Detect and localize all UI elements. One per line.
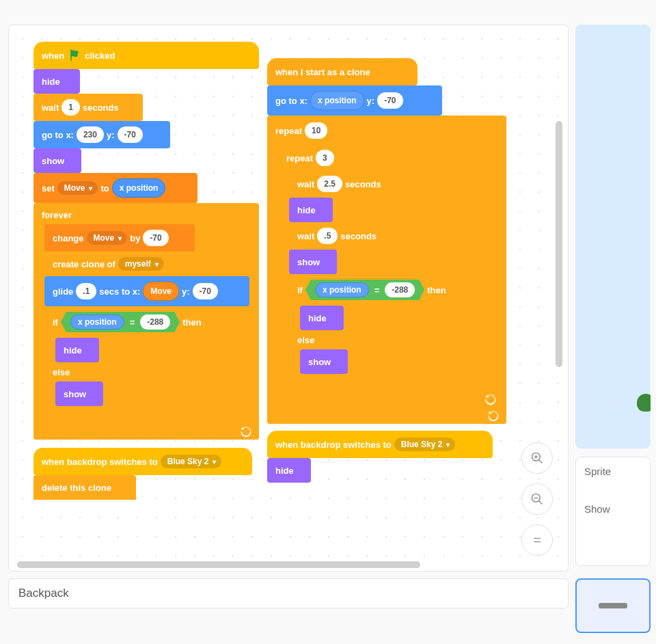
reporter-x-position[interactable]: x position bbox=[70, 314, 124, 330]
block-hide-nested[interactable]: hide bbox=[55, 338, 99, 362]
hat-backdrop-switch[interactable]: when backdrop switches to Blue Sky 2 bbox=[267, 431, 493, 458]
script-stack-1[interactable]: when clicked hide wait 1 seconds go to x… bbox=[33, 42, 259, 500]
hat-prefix: when bbox=[42, 51, 64, 61]
operator-equals[interactable]: x position = -288 bbox=[305, 280, 424, 300]
loop-arrow-icon bbox=[487, 410, 500, 422]
stage-preview[interactable] bbox=[575, 25, 651, 448]
block-goto-xy[interactable]: go to x: 230 y: -70 bbox=[33, 121, 170, 148]
sprite-info-panel: Sprite Show bbox=[575, 457, 651, 566]
block-goto-xy[interactable]: go to x: x position y: -70 bbox=[267, 85, 442, 116]
block-repeat-outer[interactable]: repeat 10 repeat 3 wait 2.5 seconds bbox=[267, 116, 506, 424]
block-delete-clone[interactable]: delete this clone bbox=[33, 475, 136, 500]
block-show[interactable]: show bbox=[289, 250, 337, 274]
reporter-x-position[interactable]: x position bbox=[310, 91, 364, 110]
zoom-in-button[interactable] bbox=[521, 442, 553, 474]
hat-start-as-clone[interactable]: when I start as a clone bbox=[267, 58, 418, 85]
backdrop-dropdown[interactable]: Blue Sky 2 bbox=[394, 438, 456, 451]
wait-value[interactable]: 1 bbox=[62, 99, 80, 116]
zoom-out-button[interactable] bbox=[521, 483, 553, 515]
green-flag-icon bbox=[68, 49, 81, 62]
sprite-on-stage-icon bbox=[637, 394, 651, 412]
block-show-nested[interactable]: show bbox=[300, 349, 348, 374]
block-wait[interactable]: wait .5 seconds bbox=[289, 222, 401, 250]
code-canvas[interactable]: when clicked hide wait 1 seconds go to x… bbox=[8, 25, 569, 572]
block-create-clone[interactable]: create clone of myself bbox=[44, 252, 181, 276]
stage-column: Sprite Show bbox=[575, 25, 651, 572]
goto-y[interactable]: -70 bbox=[118, 126, 143, 143]
block-set-var[interactable]: set Move to x position bbox=[33, 173, 197, 203]
hat-suffix: clicked bbox=[85, 51, 115, 61]
show-hide-label: Show bbox=[584, 503, 642, 515]
block-if-then[interactable]: if x position = -288 then bbox=[44, 306, 249, 338]
sprite-name-label: Sprite bbox=[584, 466, 642, 477]
backpack-header[interactable]: Backpack bbox=[8, 578, 569, 608]
block-show[interactable]: show bbox=[33, 148, 81, 173]
block-glide[interactable]: glide .1 secs to x: Move y: -70 bbox=[44, 276, 249, 306]
reporter-x-position[interactable]: x position bbox=[112, 178, 166, 198]
svg-line-1 bbox=[539, 460, 543, 464]
block-hide[interactable]: hide bbox=[267, 458, 311, 483]
loop-arrow-icon bbox=[240, 425, 252, 438]
clone-target-dropdown[interactable]: myself bbox=[118, 257, 164, 271]
block-show-nested[interactable]: show bbox=[55, 381, 103, 406]
backpack-label: Backpack bbox=[18, 587, 69, 600]
operator-equals[interactable]: x position = -288 bbox=[61, 312, 180, 332]
zoom-reset-button[interactable]: = bbox=[521, 524, 553, 556]
hat-backdrop-switch[interactable]: when backdrop switches to Blue Sky 2 bbox=[33, 448, 252, 475]
goto-y[interactable]: -70 bbox=[377, 92, 402, 109]
equals-value[interactable]: -288 bbox=[140, 314, 170, 330]
block-change-var[interactable]: change Move by -70 bbox=[44, 224, 195, 252]
glide-x-var[interactable]: Move bbox=[143, 282, 179, 301]
repeat-count-inner[interactable]: 3 bbox=[316, 150, 334, 166]
backdrop-dropdown[interactable]: Blue Sky 2 bbox=[161, 455, 222, 468]
block-forever[interactable]: forever change Move by -70 create clone … bbox=[33, 203, 259, 440]
glide-secs[interactable]: .1 bbox=[76, 283, 96, 299]
glide-y[interactable]: -70 bbox=[193, 283, 218, 299]
change-var-dropdown[interactable]: Move bbox=[87, 231, 128, 245]
hat-green-flag[interactable]: when clicked bbox=[33, 42, 259, 69]
block-hide[interactable]: hide bbox=[289, 198, 333, 222]
block-hide[interactable]: hide bbox=[33, 69, 80, 94]
block-if-then[interactable]: if x position = -288 then bbox=[289, 274, 494, 306]
block-hide-nested[interactable]: hide bbox=[300, 306, 344, 330]
thumbnail-icon bbox=[599, 603, 627, 608]
vertical-scrollbar[interactable] bbox=[556, 121, 562, 367]
block-else[interactable]: else bbox=[289, 331, 494, 349]
block-else[interactable]: else bbox=[44, 363, 249, 381]
repeat-count-outer[interactable]: 10 bbox=[305, 122, 327, 139]
svg-line-5 bbox=[539, 501, 543, 505]
zoom-controls: = bbox=[521, 442, 553, 556]
goto-x[interactable]: 230 bbox=[77, 126, 104, 143]
set-var-dropdown[interactable]: Move bbox=[57, 181, 98, 195]
block-wait[interactable]: wait 1 seconds bbox=[33, 94, 143, 121]
loop-arrow-icon bbox=[484, 393, 497, 405]
script-stack-2[interactable]: when I start as a clone go to x: x posit… bbox=[267, 58, 506, 483]
horizontal-scrollbar[interactable] bbox=[17, 561, 420, 568]
block-wait[interactable]: wait 2.5 seconds bbox=[289, 170, 405, 198]
cfoot bbox=[44, 407, 249, 423]
change-var-val[interactable]: -70 bbox=[143, 230, 168, 246]
sprite-thumbnail-selected[interactable] bbox=[575, 578, 651, 633]
block-repeat-inner[interactable]: repeat 3 wait 2.5 seconds hide wait .5 bbox=[278, 143, 504, 407]
